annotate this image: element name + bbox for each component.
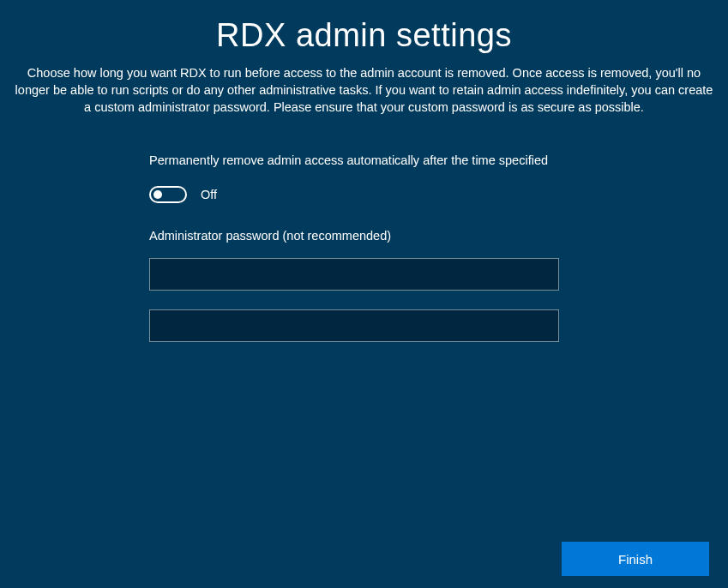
finish-button[interactable]: Finish xyxy=(562,542,709,576)
admin-password-confirm-input[interactable] xyxy=(149,309,559,342)
auto-remove-label: Permanently remove admin access automati… xyxy=(149,153,728,167)
description-text: Choose how long you want RDX to run befo… xyxy=(0,54,728,116)
admin-access-toggle[interactable] xyxy=(149,186,187,203)
toggle-knob xyxy=(153,190,162,199)
password-label: Administrator password (not recommended) xyxy=(149,229,728,243)
admin-password-input[interactable] xyxy=(149,258,559,291)
toggle-row: Off xyxy=(149,186,728,203)
toggle-state-label: Off xyxy=(201,188,217,201)
page-title: RDX admin settings xyxy=(0,0,728,54)
form-area: Permanently remove admin access automati… xyxy=(0,116,728,342)
